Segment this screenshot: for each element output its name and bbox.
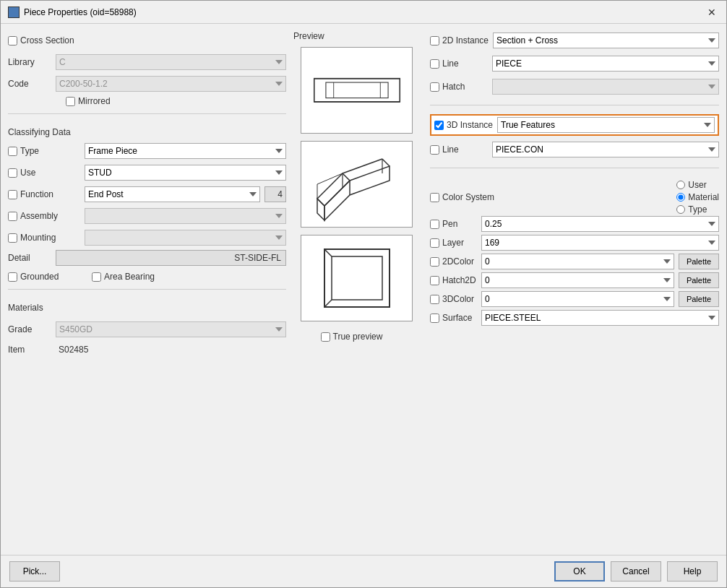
hatch-label: Hatch (442, 82, 465, 92)
line-3d-checkbox-label[interactable]: Line (430, 144, 488, 155)
use-select[interactable]: STUD (85, 165, 286, 181)
color-3d-select[interactable]: 0 (481, 291, 674, 307)
bottom-bar: Pick... OK Cancel Help (1, 555, 726, 587)
instance-3d-checkbox-label[interactable]: 3D Instance (434, 120, 493, 130)
cross-section-checkbox[interactable] (8, 36, 17, 46)
pen-checkbox-label[interactable]: Pen (430, 219, 477, 229)
function-checkbox[interactable] (8, 190, 17, 199)
type-select[interactable]: Frame Piece (85, 143, 286, 159)
title-bar: Piece Properties (oid=58988) ✕ (1, 1, 726, 24)
mirrored-checkbox[interactable] (66, 97, 75, 106)
library-select[interactable]: C (56, 54, 286, 70)
assembly-checkbox[interactable] (8, 212, 17, 221)
grounded-checkbox-label[interactable]: Grounded (8, 272, 80, 282)
color-2d-checkbox[interactable] (430, 257, 439, 267)
true-preview-checkbox-label[interactable]: True preview (321, 332, 393, 342)
instance-2d-checkbox-label[interactable]: 2D Instance (430, 35, 489, 46)
mounting-checkbox-label[interactable]: Mounting (8, 233, 80, 243)
line-3d-checkbox[interactable] (430, 145, 439, 155)
instance-3d-select[interactable]: True Features (497, 117, 715, 133)
hatch-checkbox[interactable] (430, 82, 439, 92)
line-3d-select[interactable]: PIECE.CON (492, 142, 719, 157)
function-checkbox-label[interactable]: Function (8, 189, 80, 199)
radio-user[interactable] (676, 181, 685, 189)
surface-checkbox-label[interactable]: Surface (430, 313, 477, 323)
true-preview-label: True preview (333, 332, 383, 342)
color-section: Color System User Material (430, 180, 719, 327)
radio-user-label[interactable]: User (676, 180, 719, 190)
assembly-select[interactable] (85, 208, 286, 224)
mounting-checkbox[interactable] (8, 233, 17, 243)
pen-select[interactable]: 0.25 (481, 216, 719, 232)
pen-checkbox[interactable] (430, 220, 439, 229)
color-2d-select[interactable]: 0 (481, 254, 674, 269)
color-3d-checkbox[interactable] (430, 295, 439, 304)
true-preview-checkbox[interactable] (321, 332, 330, 342)
layer-checkbox[interactable] (430, 238, 439, 248)
radio-material-label[interactable]: Material (676, 192, 719, 202)
area-bearing-checkbox[interactable] (92, 272, 101, 282)
color-system-checkbox-label[interactable]: Color System (430, 192, 494, 202)
function-number[interactable]: 4 (264, 186, 286, 202)
code-select[interactable]: C200-50-1.2 (56, 76, 286, 92)
hatch-2d-label: Hatch2D (442, 275, 476, 285)
type-checkbox-label[interactable]: Type (8, 146, 80, 156)
palette-2d-button[interactable]: Palette (679, 254, 719, 269)
hatch-select[interactable] (492, 79, 719, 95)
radio-material[interactable] (676, 193, 685, 202)
function-select[interactable]: End Post (85, 186, 260, 202)
instance-2d-select[interactable]: Section + Cross (493, 33, 719, 48)
grounded-label: Grounded (20, 272, 59, 282)
svg-line-19 (324, 300, 332, 307)
type-checkbox[interactable] (8, 147, 17, 156)
assembly-checkbox-label[interactable]: Assembly (8, 211, 80, 221)
palette-3d-button[interactable]: Palette (679, 291, 719, 307)
layer-select[interactable]: 169 (481, 235, 719, 251)
cross-section-checkbox-label[interactable]: Cross Section (8, 35, 80, 46)
radio-type[interactable] (676, 205, 685, 214)
color-3d-label: 3DColor (442, 294, 474, 304)
color-system-checkbox[interactable] (430, 193, 439, 202)
color-3d-checkbox-label[interactable]: 3DColor (430, 294, 477, 304)
mirrored-checkbox-label[interactable]: Mirrored (66, 96, 138, 106)
radio-group: User Material Type (676, 180, 719, 215)
surface-label: Surface (442, 313, 472, 323)
radio-type-label[interactable]: Type (676, 204, 719, 215)
code-row: Code C200-50-1.2 (8, 74, 286, 93)
pick-button[interactable]: Pick... (9, 561, 60, 581)
hatch-2d-select[interactable]: 0 (481, 272, 674, 288)
use-checkbox-label[interactable]: Use (8, 168, 80, 178)
area-bearing-checkbox-label[interactable]: Area Bearing (92, 272, 164, 282)
line-2d-select[interactable]: PIECE (492, 56, 719, 72)
dialog-icon (8, 7, 20, 18)
grounded-checkbox[interactable] (8, 272, 17, 282)
close-button[interactable]: ✕ (705, 5, 719, 20)
middle-panel: Preview (293, 31, 420, 548)
hatch-checkbox-label[interactable]: Hatch (430, 82, 488, 92)
layer-checkbox-label[interactable]: Layer (430, 238, 477, 248)
detail-input[interactable]: ST-SIDE-FL (56, 250, 286, 266)
hatch-2d-checkbox-label[interactable]: Hatch2D (430, 275, 477, 285)
pen-row: Pen 0.25 (430, 215, 719, 233)
instance-3d-checkbox[interactable] (434, 121, 444, 130)
use-checkbox[interactable] (8, 168, 17, 178)
line-2d-checkbox-label[interactable]: Line (430, 59, 488, 69)
instance-2d-checkbox[interactable] (430, 36, 439, 46)
help-button[interactable]: Help (667, 561, 718, 581)
surface-checkbox[interactable] (430, 314, 439, 323)
ok-button[interactable]: OK (554, 561, 605, 581)
surface-select[interactable]: PIECE.STEEL (481, 310, 719, 326)
mounting-select[interactable] (85, 230, 286, 246)
line-2d-checkbox[interactable] (430, 59, 439, 69)
use-label: Use (20, 168, 35, 178)
grade-select[interactable]: S450GD (56, 321, 286, 337)
cancel-button[interactable]: Cancel (611, 561, 661, 581)
bottom-left-buttons: Pick... (9, 561, 60, 581)
palette-hatch2d-button[interactable]: Palette (679, 272, 719, 288)
preview-box-2 (301, 141, 413, 228)
hatch-2d-checkbox[interactable] (430, 276, 439, 285)
color-2d-checkbox-label[interactable]: 2DColor (430, 256, 477, 267)
type-label: Type (20, 146, 39, 156)
assembly-row: Assembly (8, 207, 286, 225)
grounded-area-group: Grounded Area Bearing (8, 272, 286, 282)
